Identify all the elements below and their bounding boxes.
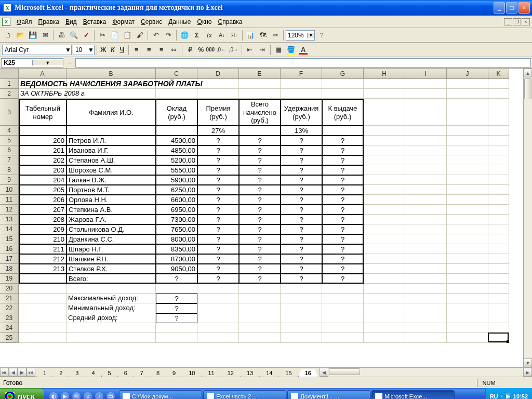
cell[interactable] <box>405 294 447 303</box>
cell[interactable] <box>364 165 405 175</box>
cell[interactable] <box>364 254 405 264</box>
sheet-tab-2[interactable]: 2 <box>52 369 69 377</box>
fontsize-combo[interactable]: ▼ <box>73 45 95 55</box>
help-icon[interactable]: ? <box>316 30 327 41</box>
column-header-D[interactable]: D <box>197 69 239 79</box>
cell[interactable]: ? <box>281 274 322 284</box>
row-header-21[interactable]: 21 <box>0 294 19 303</box>
cell[interactable] <box>364 215 405 224</box>
cell[interactable] <box>447 126 488 136</box>
chevron-down-icon[interactable]: ▼ <box>65 46 71 54</box>
cell[interactable] <box>488 234 509 244</box>
menu-Вставка[interactable]: Вставка <box>80 17 110 26</box>
scroll-right-button[interactable]: ▶ <box>523 368 532 377</box>
vertical-scrollbar[interactable]: ▲ ▼ <box>523 69 532 367</box>
cell[interactable] <box>405 224 447 234</box>
cell[interactable]: ? <box>322 185 364 195</box>
cell[interactable]: Жарова Г.А. <box>66 215 156 224</box>
cell[interactable]: ? <box>239 165 281 175</box>
cell[interactable]: ? <box>281 165 322 175</box>
cell[interactable] <box>364 284 405 294</box>
row-header-9[interactable]: 9 <box>0 175 19 185</box>
sheet-tab-7[interactable]: 7 <box>134 369 150 377</box>
cell[interactable]: Петров И.Л. <box>66 136 156 145</box>
sheet-tab-6[interactable]: 6 <box>117 369 134 377</box>
cell[interactable]: 209 <box>19 224 66 234</box>
cell[interactable] <box>364 294 405 303</box>
cell[interactable]: ? <box>239 244 281 254</box>
cell[interactable] <box>364 224 405 234</box>
tray-icon[interactable]: ♪ <box>95 392 103 400</box>
cell[interactable]: ? <box>239 254 281 264</box>
cell[interactable]: ? <box>239 145 281 155</box>
scroll-down-button[interactable]: ▼ <box>524 358 532 367</box>
cell[interactable]: Орлова Н.Н. <box>66 195 156 205</box>
preview-icon[interactable]: 🔍 <box>68 30 79 41</box>
new-icon[interactable]: 🗋 <box>2 30 14 41</box>
cell[interactable]: ? <box>156 274 197 284</box>
cell[interactable]: Шашкин Р.Н. <box>66 254 156 264</box>
cell[interactable]: ? <box>197 274 239 284</box>
row-header-15[interactable]: 15 <box>0 234 19 244</box>
tray-icon[interactable]: e <box>84 392 92 400</box>
row-header-24[interactable]: 24 <box>0 323 19 333</box>
cell[interactable] <box>364 333 405 343</box>
align-center-icon[interactable]: ≡ <box>143 44 155 56</box>
cell[interactable] <box>66 323 156 333</box>
language-indicator[interactable]: RU <box>490 393 498 400</box>
column-header-J[interactable]: J <box>447 69 488 79</box>
redo-icon[interactable]: ↷ <box>163 30 174 41</box>
cell[interactable] <box>447 195 488 205</box>
cell[interactable]: ? <box>322 145 364 155</box>
cell[interactable] <box>405 99 447 126</box>
cell[interactable]: ? <box>322 136 364 145</box>
menu-Формат[interactable]: Формат <box>109 17 138 26</box>
cell[interactable]: 206 <box>19 195 66 205</box>
cell[interactable]: 9050,00 <box>156 264 197 274</box>
cell[interactable]: ? <box>239 205 281 215</box>
column-header-A[interactable]: A <box>19 69 66 79</box>
cell[interactable]: 208 <box>19 215 66 224</box>
save-icon[interactable]: 💾 <box>27 30 38 41</box>
merge-icon[interactable]: ⇔ <box>168 44 180 56</box>
cell[interactable] <box>197 323 239 333</box>
cell[interactable]: ? <box>197 224 239 234</box>
cell[interactable] <box>488 155 509 165</box>
cell[interactable]: ? <box>197 136 239 145</box>
cell[interactable] <box>447 165 488 175</box>
cell[interactable]: ? <box>197 254 239 264</box>
row-header-22[interactable]: 22 <box>0 303 19 313</box>
cell[interactable] <box>364 195 405 205</box>
cell[interactable] <box>405 145 447 155</box>
align-right-icon[interactable]: ≡ <box>156 44 167 56</box>
cell[interactable]: ? <box>281 155 322 165</box>
menu-Правка[interactable]: Правка <box>35 17 63 26</box>
cell[interactable] <box>19 313 66 323</box>
row-header-8[interactable]: 8 <box>0 165 19 175</box>
cell[interactable] <box>488 185 509 195</box>
cell[interactable] <box>447 313 488 323</box>
cell[interactable]: ? <box>322 155 364 165</box>
mail-icon[interactable]: ✉ <box>39 30 51 41</box>
cell[interactable]: ? <box>156 313 197 323</box>
row-header-18[interactable]: 18 <box>0 264 19 274</box>
cell[interactable]: 6250,00 <box>156 185 197 195</box>
cell[interactable] <box>239 284 281 294</box>
font-color-icon[interactable]: А <box>298 44 309 56</box>
cell[interactable] <box>364 79 405 89</box>
cell[interactable] <box>488 313 509 323</box>
cell[interactable] <box>447 224 488 234</box>
cell[interactable] <box>19 323 66 333</box>
cell[interactable] <box>405 303 447 313</box>
cell[interactable] <box>364 155 405 165</box>
cell[interactable]: 7650,00 <box>156 224 197 234</box>
currency-icon[interactable]: ₽ <box>184 44 196 56</box>
row-header-3[interactable]: 3 <box>0 99 19 126</box>
cell[interactable]: ? <box>239 185 281 195</box>
row-header-25[interactable]: 25 <box>0 333 19 343</box>
cell[interactable] <box>322 313 364 323</box>
cell[interactable] <box>322 303 364 313</box>
fill-color-icon[interactable]: 🪣 <box>285 44 297 56</box>
decrease-decimal-icon[interactable]: ,0→ <box>228 44 240 56</box>
cell[interactable] <box>405 313 447 323</box>
